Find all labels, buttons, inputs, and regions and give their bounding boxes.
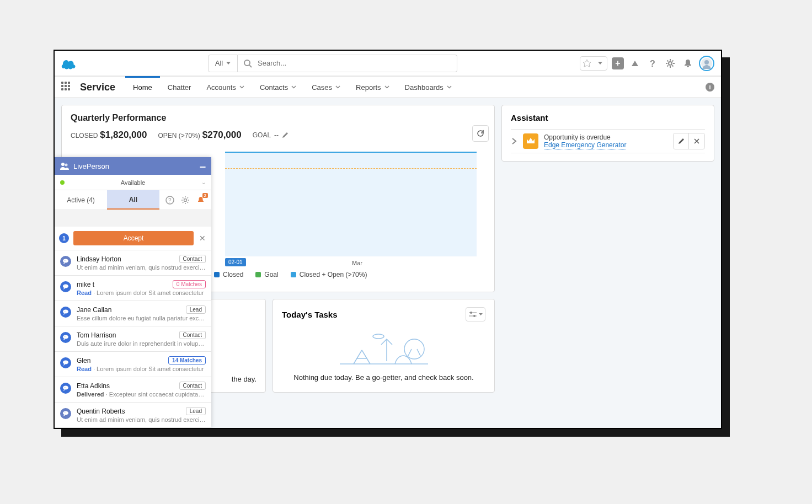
sliders-icon xyxy=(469,312,477,317)
svg-point-17 xyxy=(184,199,187,201)
svg-text:···: ··· xyxy=(64,259,66,262)
add-icon[interactable]: + xyxy=(612,57,624,69)
assistant-actions xyxy=(673,133,705,149)
svg-text:?: ? xyxy=(650,59,655,68)
conversation-row[interactable]: ···Lindsay HortonContactUt enim ad minim… xyxy=(55,250,211,276)
nav-tab-dashboards[interactable]: Dashboards xyxy=(397,77,460,98)
conversation-snippet: Delivered · Excepteur sint occaecat cupi… xyxy=(77,391,206,398)
global-header: All + ? xyxy=(55,51,721,76)
side-column: Assistant Opportunity is overdue Edge Em… xyxy=(501,105,714,421)
app-window: All + ? Service HomeChatterAccountsConta… xyxy=(54,50,722,429)
open-label: OPEN (>70%) xyxy=(158,132,200,140)
conversation-name: Quentin Roberts xyxy=(77,408,125,415)
info-icon[interactable]: i xyxy=(706,83,714,92)
search-input[interactable] xyxy=(258,59,451,67)
conversation-row[interactable]: ···Etta AdkinsContactDelivered · Excepte… xyxy=(55,377,211,403)
search-box[interactable] xyxy=(238,55,457,72)
conversation-row[interactable]: ···Quentin RobertsLeadUt enim ad minim v… xyxy=(55,403,211,428)
gear-icon[interactable] xyxy=(664,57,677,70)
closed-value: $1,820,000 xyxy=(100,130,147,140)
assistant-text: Opportunity is overdue Edge Emergency Ge… xyxy=(544,133,667,149)
tasks-illustration xyxy=(282,321,485,373)
avatar[interactable] xyxy=(699,56,714,71)
chevron-right-icon[interactable] xyxy=(511,138,517,144)
app-launcher-icon[interactable] xyxy=(61,82,72,93)
conversation-row[interactable]: ···mike t0 MatchesRead · Lorem ipsum dol… xyxy=(55,276,211,301)
refresh-button[interactable] xyxy=(472,125,489,142)
nav-tab-home[interactable]: Home xyxy=(125,77,160,98)
chat-bubble-icon: ··· xyxy=(60,332,71,343)
svg-point-12 xyxy=(373,334,384,339)
accept-row: 1 Accept ✕ xyxy=(55,227,211,250)
nav-tab-cases[interactable]: Cases xyxy=(304,77,348,98)
close-icon[interactable]: ✕ xyxy=(198,234,207,243)
help-icon[interactable]: ? xyxy=(646,57,659,70)
svg-text:···: ··· xyxy=(64,411,66,414)
search-scope-dropdown[interactable]: All xyxy=(208,55,238,72)
pencil-icon[interactable] xyxy=(282,132,289,138)
tab-all[interactable]: All xyxy=(107,190,159,210)
conversation-name: Jane Callan xyxy=(77,306,111,314)
chevron-down-icon xyxy=(447,85,452,89)
minimize-icon[interactable]: – xyxy=(200,160,206,173)
availability-selector[interactable]: Available ⌄ xyxy=(55,175,211,190)
goal-label: GOAL xyxy=(253,131,271,139)
chat-bubble-icon: ··· xyxy=(60,357,71,368)
status-dot-icon xyxy=(60,180,65,185)
conversation-pill: Contact xyxy=(179,382,206,390)
chevron-down-icon xyxy=(291,85,296,89)
qp-title: Quarterly Performance xyxy=(71,113,485,123)
svg-text:···: ··· xyxy=(64,335,66,338)
liveperson-panel: LivePerson – Available ⌄ Active (4) All … xyxy=(55,157,211,428)
nav-tabs: HomeChatterAccountsContactsCasesReportsD… xyxy=(125,77,460,98)
notification-badge: 2 xyxy=(202,193,208,198)
svg-point-14 xyxy=(65,164,68,167)
conversation-row[interactable]: ···Glen14 MatchesRead · Lorem ipsum dolo… xyxy=(55,352,211,377)
help-icon[interactable]: ? xyxy=(165,195,175,205)
favorites-dropdown[interactable] xyxy=(594,57,607,70)
conversation-name: Tom Harrison xyxy=(77,331,116,339)
accept-button[interactable]: Accept xyxy=(73,231,194,245)
edit-button[interactable] xyxy=(674,133,689,149)
global-search: All xyxy=(208,55,457,72)
svg-text:···: ··· xyxy=(64,285,66,287)
app-nav: Service HomeChatterAccountsContactsCases… xyxy=(55,76,721,98)
legend-item: Goal xyxy=(255,271,278,278)
open-value: $270,000 xyxy=(202,130,242,140)
legend-item: Closed xyxy=(214,271,243,278)
conversation-snippet: Esse cillum dolore eu fugiat nulla paria… xyxy=(77,315,206,321)
svg-point-9 xyxy=(473,315,476,317)
salesforce-setup-icon[interactable] xyxy=(628,57,642,70)
salesforce-logo xyxy=(61,57,78,69)
svg-point-11 xyxy=(404,339,424,359)
date-marker: 02-01 xyxy=(225,258,246,266)
assistant-link[interactable]: Edge Emergency Generator xyxy=(544,141,626,149)
bell-icon[interactable] xyxy=(681,57,695,70)
chart-surface xyxy=(225,152,477,256)
nav-tab-accounts[interactable]: Accounts xyxy=(199,77,252,98)
nav-tab-contacts[interactable]: Contacts xyxy=(252,77,304,98)
conversation-pill: Contact xyxy=(179,255,206,263)
svg-point-8 xyxy=(470,312,472,314)
goal-value: -- xyxy=(274,131,279,139)
gear-icon[interactable] xyxy=(180,195,190,205)
conversation-snippet: Read · Lorem ipsum dolor Sit amet consec… xyxy=(77,289,206,296)
conversation-row[interactable]: ···Jane CallanLeadEsse cillum dolore eu … xyxy=(55,301,211,326)
legend-item: Closed + Open (>70%) xyxy=(291,271,367,278)
closed-label: CLOSED xyxy=(71,132,98,140)
nav-tab-reports[interactable]: Reports xyxy=(348,77,397,98)
tasks-settings-button[interactable] xyxy=(466,307,485,321)
favorites-group xyxy=(580,56,607,71)
tab-active[interactable]: Active (4) xyxy=(55,190,107,210)
star-icon[interactable] xyxy=(580,57,594,70)
liveperson-header[interactable]: LivePerson – xyxy=(55,157,211,175)
caret-down-icon xyxy=(479,313,483,315)
bell-icon[interactable]: 2 xyxy=(196,195,206,205)
conversation-row[interactable]: ···Tom HarrisonContactDuis aute irure do… xyxy=(55,326,211,352)
chevron-down-icon: ⌄ xyxy=(201,179,206,185)
svg-text:?: ? xyxy=(168,197,172,203)
close-button[interactable] xyxy=(689,133,704,149)
conversation-pill: Lead xyxy=(186,407,206,415)
nav-tab-chatter[interactable]: Chatter xyxy=(160,77,199,98)
conversation-name: Glen xyxy=(77,357,90,364)
